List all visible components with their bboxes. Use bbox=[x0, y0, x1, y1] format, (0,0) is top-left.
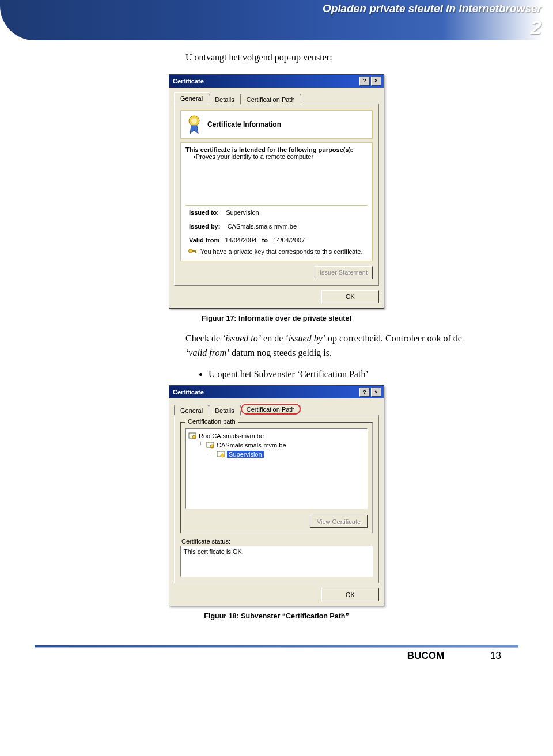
dialog1-help-button[interactable]: ? bbox=[359, 77, 370, 86]
tab2-details[interactable]: Details bbox=[209, 405, 241, 415]
tree-node-intermediate[interactable]: CASmals.smals-mvm.be bbox=[217, 442, 286, 449]
purpose-item: Proves your identity to a remote compute… bbox=[196, 153, 313, 160]
tab2-certpath[interactable]: Certification Path bbox=[240, 403, 301, 415]
tab-general[interactable]: General bbox=[174, 92, 209, 104]
dialog1-titlebar[interactable]: Certificate ? × bbox=[169, 75, 384, 88]
dialog1-ok-button[interactable]: OK bbox=[321, 290, 379, 303]
certpath-legend: Certification path bbox=[185, 418, 238, 425]
svg-point-8 bbox=[210, 445, 214, 448]
svg-point-2 bbox=[189, 249, 193, 253]
dialog2-ok-button[interactable]: OK bbox=[321, 588, 379, 601]
dialog1-close-button[interactable]: × bbox=[371, 77, 381, 86]
page-header-band: Opladen private sleutel in internetbrows… bbox=[0, 0, 553, 40]
issued-to-label: Issued to: bbox=[189, 209, 219, 216]
tree-node-root[interactable]: RootCA.smals-mvm.be bbox=[199, 432, 264, 439]
dialog1-title: Certificate bbox=[173, 78, 358, 85]
certificate-info-box: Certificate Information bbox=[180, 110, 373, 139]
purpose-intro: This certificate is intended for the fol… bbox=[185, 146, 368, 153]
cert-status-label: Certificate status: bbox=[181, 538, 373, 545]
dialog2-titlebar[interactable]: Certificate ? × bbox=[169, 386, 384, 398]
footer-page-number: 13 bbox=[490, 650, 501, 662]
intro-paragraph: U ontvangt het volgend pop-up venster: bbox=[185, 51, 485, 65]
cert-info-heading: Certificate Information bbox=[207, 120, 281, 128]
svg-rect-4 bbox=[195, 250, 196, 253]
tree-branch-glyph: └ bbox=[199, 442, 203, 448]
issuer-statement-button[interactable]: Issuer Statement bbox=[315, 266, 373, 279]
cert-status-well: This certificate is OK. bbox=[180, 546, 373, 577]
svg-point-1 bbox=[191, 118, 197, 124]
check-paragraph: Check de ‘issued to’ en de ‘issued by’ o… bbox=[185, 332, 485, 360]
header-banner-title: Opladen private sleutel in internetbrows… bbox=[323, 2, 541, 15]
tab-details[interactable]: Details bbox=[209, 94, 241, 104]
svg-point-6 bbox=[192, 435, 196, 439]
header-chapter-number: 2 bbox=[531, 16, 541, 39]
certificate-icon bbox=[206, 441, 214, 449]
footer-rule bbox=[35, 645, 518, 648]
figure17-caption: Figuur 17: Informatie over de private sl… bbox=[58, 314, 495, 322]
private-key-line: You have a private key that corresponds … bbox=[200, 248, 362, 255]
bullet-open-certpath: U opent het Subvenster ‘Certification Pa… bbox=[209, 369, 485, 379]
valid-to-value: 14/04/2007 bbox=[273, 237, 305, 244]
tree-node-leaf[interactable]: Supervision bbox=[227, 451, 263, 458]
footer-logo: BUCOM bbox=[407, 650, 444, 662]
key-icon bbox=[188, 247, 197, 256]
tab-certpath[interactable]: Certification Path bbox=[240, 94, 301, 104]
svg-point-10 bbox=[221, 454, 224, 457]
view-certificate-button[interactable]: View Certificate bbox=[310, 515, 368, 528]
valid-to-label: to bbox=[262, 237, 268, 244]
tree-branch-glyph: └ bbox=[209, 451, 213, 457]
dialog2-help-button[interactable]: ? bbox=[359, 388, 370, 397]
certificate-ribbon-icon bbox=[185, 114, 203, 135]
dialog1-tabstrip: General Details Certification Path bbox=[174, 91, 379, 104]
valid-from-label: Valid from bbox=[189, 237, 219, 244]
dialog2-tabstrip: General Details Certification Path bbox=[174, 402, 379, 415]
cert-status-value: This certificate is OK. bbox=[184, 548, 244, 555]
issued-by-value: CASmals.smals-mvm.be bbox=[228, 223, 297, 230]
certificate-dialog-certpath: Certificate ? × General Details Certific… bbox=[169, 385, 384, 606]
issued-by-label: Issued by: bbox=[189, 223, 220, 230]
dialog2-close-button[interactable]: × bbox=[371, 388, 381, 397]
certificate-icon bbox=[217, 450, 225, 458]
dialog2-title: Certificate bbox=[173, 389, 358, 396]
issued-to-value: Supervision bbox=[226, 209, 259, 216]
certificate-icon bbox=[188, 432, 196, 440]
page-content: U ontvangt het volgend pop-up venster: C… bbox=[58, 51, 495, 620]
page-footer: BUCOM 13 bbox=[35, 650, 501, 662]
certpath-groupbox: Certification path RootCA.smals-mvm.be └… bbox=[180, 422, 373, 533]
certpath-tree[interactable]: RootCA.smals-mvm.be └ CASmals.smals-mvm.… bbox=[185, 428, 368, 509]
certificate-dialog-general: Certificate ? × General Details Certific… bbox=[169, 74, 384, 309]
valid-from-value: 14/04/2004 bbox=[225, 237, 256, 244]
tab2-general[interactable]: General bbox=[174, 405, 209, 415]
figure18-caption: Figuur 18: Subvenster “Certification Pat… bbox=[58, 612, 495, 620]
